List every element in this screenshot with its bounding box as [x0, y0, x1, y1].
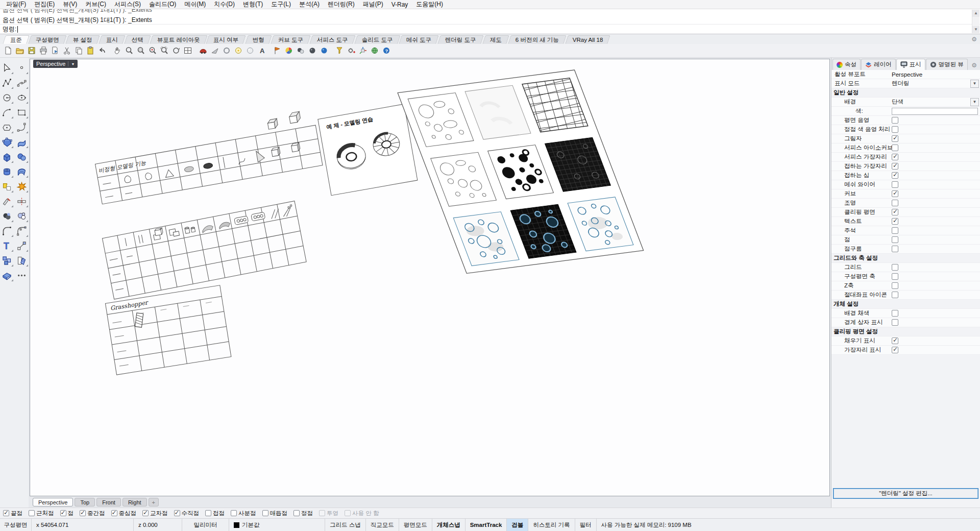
- funnel-icon[interactable]: [333, 45, 345, 57]
- viewport-tab-perspective[interactable]: Perspective: [33, 498, 73, 506]
- sphere-pair-icon[interactable]: [295, 45, 306, 57]
- paste-icon[interactable]: [84, 45, 96, 57]
- checkbox[interactable]: [80, 510, 86, 516]
- setting-cplane-axes[interactable]: 구성평면 축: [831, 272, 980, 281]
- checkbox[interactable]: [29, 510, 35, 516]
- block-icon[interactable]: [1, 254, 14, 267]
- surface-from-curves-icon[interactable]: [15, 135, 29, 149]
- setting-world-axes-icon[interactable]: 절대좌표 아이콘: [831, 291, 980, 300]
- text-icon[interactable]: T: [1, 239, 14, 252]
- toolbar-tab-render-tools[interactable]: 렌더링 도구: [438, 35, 484, 44]
- ellipse-icon[interactable]: [15, 91, 29, 104]
- open-file-icon[interactable]: [14, 45, 26, 57]
- edit-render-settings-button[interactable]: "렌더링" 설정 편집...: [833, 488, 978, 499]
- toggle-gumball[interactable]: 검볼: [507, 519, 528, 531]
- boolean-union-icon[interactable]: [1, 209, 14, 223]
- explode-icon[interactable]: [15, 180, 29, 193]
- control-point-curve-icon[interactable]: [1, 76, 14, 89]
- gear-plus-icon[interactable]: [345, 45, 357, 57]
- boolean-icon[interactable]: [1, 180, 14, 193]
- setting-points[interactable]: 점: [831, 235, 980, 245]
- toolbar-tab-standard[interactable]: 표준: [3, 35, 30, 44]
- toggle-record-history[interactable]: 히스토리 기록: [528, 519, 575, 531]
- checkbox[interactable]: [319, 510, 325, 516]
- ring-icon[interactable]: [220, 45, 232, 57]
- osnap-near[interactable]: 근처점: [29, 510, 54, 517]
- shade-icon[interactable]: [209, 45, 220, 57]
- toggle-ortho[interactable]: 직교모드: [366, 519, 399, 531]
- menu-edit[interactable]: 편집(E): [30, 0, 59, 9]
- checkbox[interactable]: [892, 236, 898, 243]
- trim-icon[interactable]: [1, 195, 14, 208]
- viewport-title-badge[interactable]: Perspective ▼: [33, 60, 78, 68]
- gumball-icon[interactable]: [357, 45, 369, 57]
- menu-dimension[interactable]: 치수(D): [210, 0, 239, 9]
- panel-tab-properties[interactable]: 속성: [832, 59, 861, 70]
- toolbar-tab-display[interactable]: 표시: [99, 35, 126, 44]
- interpolate-curve-icon[interactable]: [15, 76, 29, 89]
- menu-help[interactable]: 도움말(H): [412, 0, 447, 9]
- checkbox[interactable]: [142, 510, 149, 516]
- setting-color-backfaces[interactable]: 배경 채색: [831, 309, 980, 318]
- checkbox[interactable]: [892, 218, 898, 225]
- command-scrollbar[interactable]: ▲ ▼: [972, 10, 979, 33]
- checkbox[interactable]: [892, 163, 898, 170]
- checkbox[interactable]: [892, 209, 898, 215]
- checkbox[interactable]: [892, 282, 898, 289]
- toggle-osnap[interactable]: 개체스냅: [432, 519, 465, 531]
- toolbar-tab-drafting[interactable]: 제도: [482, 35, 509, 44]
- more-tools-icon[interactable]: [15, 269, 29, 282]
- viewport-tab-right[interactable]: Right: [122, 498, 147, 506]
- gear-icon[interactable]: ⚙: [969, 62, 979, 70]
- hatch-icon[interactable]: [15, 254, 29, 267]
- checkbox[interactable]: [231, 510, 237, 516]
- setting-z-axis[interactable]: Z축: [831, 281, 980, 291]
- boolean-difference-icon[interactable]: [15, 209, 29, 223]
- setting-clipping-planes[interactable]: 클리핑 평면: [831, 208, 980, 217]
- circle-icon[interactable]: [1, 91, 14, 104]
- menu-vray[interactable]: V-Ray: [387, 1, 412, 9]
- toolbar-tab-cplane[interactable]: 구성평면: [28, 35, 67, 44]
- rectangle-icon[interactable]: [15, 106, 29, 119]
- sphere-icon[interactable]: [15, 150, 29, 163]
- checkbox[interactable]: [3, 510, 9, 516]
- toolbar-tab-visibility[interactable]: 표시 여부: [206, 35, 247, 44]
- setting-shadows[interactable]: 그림자: [831, 134, 980, 143]
- toggle-planar[interactable]: 평면모드: [399, 519, 432, 531]
- checkbox[interactable]: [60, 510, 66, 516]
- menu-render[interactable]: 렌더링(R): [324, 0, 359, 9]
- new-viewport-tab-icon[interactable]: +: [149, 498, 159, 506]
- checkbox[interactable]: [892, 310, 898, 317]
- toggle-grid-snap[interactable]: 그리드 스냅: [325, 519, 366, 531]
- arc-icon[interactable]: [1, 106, 14, 119]
- new-file-icon[interactable]: [2, 45, 14, 57]
- toggle-smarttrack[interactable]: SmartTrack: [465, 519, 507, 531]
- checkbox[interactable]: [892, 227, 898, 234]
- sphere-dark-icon[interactable]: [306, 45, 318, 57]
- copy-icon[interactable]: [72, 45, 84, 57]
- chevron-down-icon[interactable]: ▼: [970, 98, 979, 106]
- setting-tangent-edges[interactable]: 접하는 가장자리: [831, 162, 980, 171]
- move-control-points-icon[interactable]: [15, 239, 29, 252]
- osnap-intersection[interactable]: 교차점: [142, 510, 168, 517]
- menu-file[interactable]: 파일(F): [2, 0, 30, 9]
- menu-panels[interactable]: 패널(P): [359, 0, 387, 9]
- rotate-view-icon[interactable]: [170, 45, 182, 57]
- viewport-tab-top[interactable]: Top: [75, 498, 95, 506]
- checkbox[interactable]: [174, 510, 180, 516]
- menu-transform[interactable]: 변형(T): [239, 0, 267, 9]
- menu-surface[interactable]: 서피스(S): [110, 0, 145, 9]
- checkbox[interactable]: [262, 510, 268, 516]
- surface-patch-icon[interactable]: [15, 165, 29, 178]
- checkbox[interactable]: [892, 246, 898, 252]
- checkbox[interactable]: [892, 273, 898, 280]
- menu-solid[interactable]: 솔리드(O): [145, 0, 180, 9]
- checkbox[interactable]: [892, 347, 898, 353]
- scroll-down-icon[interactable]: ▼: [972, 26, 979, 33]
- checkbox[interactable]: [111, 510, 117, 516]
- flag-icon[interactable]: [271, 45, 283, 57]
- menu-analyze[interactable]: 분석(A): [295, 0, 324, 9]
- undo-icon[interactable]: [96, 45, 108, 57]
- toolbar-tab-curve-tools[interactable]: 커브 도구: [271, 35, 311, 44]
- toolbar-tab-select[interactable]: 선택: [124, 35, 151, 44]
